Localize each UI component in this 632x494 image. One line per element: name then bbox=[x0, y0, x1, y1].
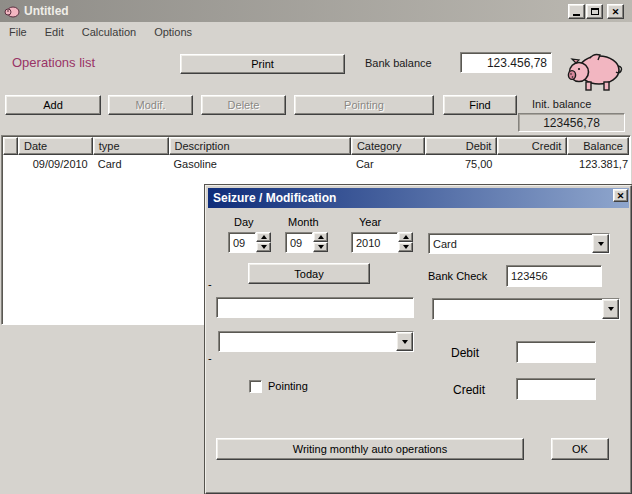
year-spinner bbox=[398, 232, 413, 252]
credit-label: Credit bbox=[453, 383, 485, 397]
main-titlebar: Untitled bbox=[0, 0, 632, 22]
column-header-selector[interactable] bbox=[3, 137, 18, 155]
arrow-down-icon bbox=[318, 245, 324, 249]
init-balance-field: 123456,78 bbox=[518, 113, 625, 132]
arrow-down-icon bbox=[403, 245, 409, 249]
column-header-debit[interactable]: Debit bbox=[425, 137, 498, 155]
dropdown-arrow-button[interactable] bbox=[602, 299, 619, 319]
day-label: Day bbox=[234, 216, 254, 228]
debit-label: Debit bbox=[451, 346, 479, 360]
dropdown-arrow-button[interactable] bbox=[396, 332, 413, 351]
row-credit bbox=[497, 155, 567, 172]
print-button[interactable]: Print bbox=[180, 54, 345, 74]
credit-input[interactable] bbox=[516, 378, 596, 400]
month-input[interactable]: 09 bbox=[285, 232, 313, 253]
arrow-up-icon bbox=[403, 235, 409, 239]
dialog-titlebar: Seizure / Modification bbox=[208, 188, 629, 208]
maximize-button[interactable] bbox=[586, 4, 603, 19]
find-button[interactable]: Find bbox=[443, 95, 517, 115]
table-header-row: Date type Description Category Debit Cre… bbox=[3, 137, 629, 155]
row-balance: 123.381,7 bbox=[567, 155, 629, 172]
row-type: Card bbox=[93, 155, 169, 172]
arrow-up-icon bbox=[318, 235, 324, 239]
menu-options[interactable]: Options bbox=[145, 24, 201, 40]
row-date: 09/09/2010 bbox=[18, 155, 93, 172]
payment-type-select[interactable]: Card bbox=[428, 233, 610, 254]
ok-button[interactable]: OK bbox=[551, 438, 609, 460]
subcategory-value bbox=[219, 332, 396, 351]
column-header-balance[interactable]: Balance bbox=[567, 137, 629, 155]
modify-button[interactable]: Modif. bbox=[108, 95, 193, 115]
bank-balance-label: Bank balance bbox=[365, 57, 432, 69]
row-category: Car bbox=[351, 155, 425, 172]
chevron-down-icon bbox=[608, 307, 614, 311]
debit-input[interactable] bbox=[516, 341, 596, 363]
page-title: Operations list bbox=[12, 55, 95, 70]
maximize-icon bbox=[591, 8, 599, 15]
close-button[interactable]: ✕ bbox=[607, 4, 624, 19]
month-label: Month bbox=[288, 216, 319, 228]
menubar: File Edit Calculation Options bbox=[0, 22, 632, 42]
month-spin-down-button[interactable] bbox=[313, 242, 328, 252]
year-label: Year bbox=[359, 216, 381, 228]
piggy-bank-icon bbox=[566, 46, 624, 93]
minimize-icon bbox=[573, 14, 580, 16]
table-row[interactable]: 09/09/2010 Card Gasoline Car 75,00 123.3… bbox=[3, 155, 629, 172]
column-header-date[interactable]: Date bbox=[18, 137, 93, 155]
arrow-up-icon bbox=[261, 235, 267, 239]
close-icon: ✕ bbox=[612, 7, 620, 17]
today-button[interactable]: Today bbox=[248, 263, 370, 284]
close-icon: ✕ bbox=[617, 191, 625, 201]
pointing-button[interactable]: Pointing bbox=[294, 95, 434, 115]
minimize-button[interactable] bbox=[568, 4, 585, 19]
chevron-down-icon bbox=[598, 242, 604, 246]
app-icon bbox=[4, 3, 20, 19]
column-header-category[interactable]: Category bbox=[351, 137, 425, 155]
dialog-title: Seizure / Modification bbox=[213, 191, 336, 205]
add-button[interactable]: Add bbox=[5, 95, 101, 115]
description-input[interactable] bbox=[216, 297, 414, 318]
category-value bbox=[433, 299, 602, 319]
month-spin-up-button[interactable] bbox=[313, 232, 328, 242]
column-header-credit[interactable]: Credit bbox=[497, 137, 567, 155]
day-spin-down-button[interactable] bbox=[256, 242, 271, 252]
arrow-down-icon bbox=[261, 245, 267, 249]
init-balance-label: Init. balance bbox=[532, 98, 591, 110]
year-spin-down-button[interactable] bbox=[398, 242, 413, 252]
row-debit: 75,00 bbox=[425, 155, 498, 172]
menu-calculation[interactable]: Calculation bbox=[73, 24, 145, 40]
day-spinner bbox=[256, 232, 271, 252]
truncated-label-dash: - bbox=[208, 352, 212, 364]
day-input[interactable]: 09 bbox=[228, 232, 256, 253]
day-spin-up-button[interactable] bbox=[256, 232, 271, 242]
menu-file[interactable]: File bbox=[0, 24, 36, 40]
monthly-auto-operations-button[interactable]: Writing monthly auto operations bbox=[216, 438, 524, 460]
chevron-down-icon bbox=[402, 340, 408, 344]
seizure-modification-dialog: Seizure / Modification ✕ Day Month Year … bbox=[205, 185, 632, 494]
row-description: Gasoline bbox=[169, 155, 351, 172]
bank-balance-field: 123.456,78 bbox=[460, 52, 552, 73]
window-title: Untitled bbox=[24, 4, 69, 18]
year-input[interactable]: 2010 bbox=[351, 232, 398, 253]
pointing-checkbox-label: Pointing bbox=[268, 380, 308, 392]
pointing-checkbox[interactable] bbox=[249, 380, 262, 393]
delete-button[interactable]: Delete bbox=[201, 95, 286, 115]
subcategory-select[interactable] bbox=[218, 331, 414, 352]
bank-check-input[interactable]: 123456 bbox=[506, 265, 602, 287]
row-selector-cell bbox=[3, 155, 18, 172]
menu-edit[interactable]: Edit bbox=[36, 24, 73, 40]
dialog-close-button[interactable]: ✕ bbox=[613, 189, 628, 202]
year-spin-up-button[interactable] bbox=[398, 232, 413, 242]
bank-check-label: Bank Check bbox=[428, 270, 487, 282]
category-select[interactable] bbox=[432, 298, 620, 320]
dropdown-arrow-button[interactable] bbox=[592, 234, 609, 253]
month-spinner bbox=[313, 232, 328, 252]
column-header-type[interactable]: type bbox=[93, 137, 169, 155]
column-header-description[interactable]: Description bbox=[169, 137, 351, 155]
truncated-label-dash: - bbox=[208, 278, 212, 290]
payment-type-value: Card bbox=[429, 234, 592, 253]
